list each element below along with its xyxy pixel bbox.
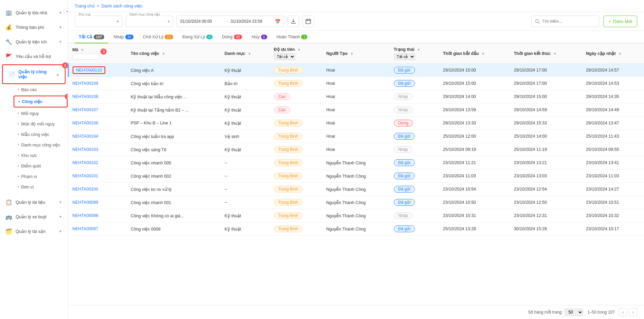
sidebar-sub-item-bao-cao[interactable]: Báo cáo	[14, 85, 68, 95]
filter-icon[interactable]: ▼	[248, 52, 251, 56]
table-body: NEHTA00110 Công việc A Kỹ thuật Trung Bì…	[68, 64, 644, 236]
table-row[interactable]: NEHTA00110 Công việc A Kỹ thuật Trung Bì…	[68, 64, 644, 77]
rows-per-page-control: Số hàng mỗi trang: 50 25 100	[528, 308, 583, 316]
svg-rect-0	[306, 19, 311, 24]
ma-link[interactable]: NEHTA00102	[72, 160, 98, 165]
tab-label: Chờ Xử Lý	[143, 34, 163, 39]
cell-ket-thuc: 29/10/2024 15:00	[510, 90, 582, 103]
cell-ket-thuc: 29/10/2024 15:33	[510, 117, 582, 130]
sidebar-sub-item-mau-cong-viec[interactable]: Mẫu công việc	[14, 129, 68, 140]
add-new-button[interactable]: + Thêm Mới	[603, 16, 637, 27]
ma-link[interactable]: NEHTA00103	[72, 147, 98, 152]
ma-link[interactable]: NEHTA00101	[72, 174, 98, 178]
table-row[interactable]: NEHTA00109 Công việc bảo trì Bảo trì Tru…	[68, 77, 644, 90]
tab-hoan-thanh[interactable]: Hoàn Thành 1	[273, 31, 312, 43]
filter-icon[interactable]: ▼	[350, 52, 353, 56]
sidebar-item-yeu-cau-ho-tro[interactable]: 🚩 Yêu cầu và hỗ trợ	[0, 49, 68, 64]
khu-vuc-select[interactable]	[75, 16, 122, 27]
tab-dang-xu-ly[interactable]: Đang Xử Lý 0	[179, 31, 217, 43]
table-row[interactable]: NEHTA00101 Công việc nhanh 002 – Trung B…	[68, 170, 644, 183]
table-row[interactable]: NEHTA00104 Công việc tuần tra app Vệ sin…	[68, 130, 644, 143]
sidebar-sub-item-moi-nguy[interactable]: Mối nguy	[14, 108, 68, 119]
ma-filter-input[interactable]	[72, 54, 99, 60]
table-row[interactable]: NEHTA00108 Kỹ thuật tại Mẫu công việc ..…	[68, 90, 644, 103]
filter-icon[interactable]: ▼	[417, 48, 420, 52]
table-row[interactable]: NEHTA00106 PSP – Khu B – Line 1 Kỹ thuật…	[68, 117, 644, 130]
filter-icon[interactable]: ▼	[297, 48, 301, 52]
cell-priority: Trung Bình	[270, 130, 322, 143]
ma-link[interactable]: NEHTA00107	[72, 107, 98, 112]
sidebar-sub-item-khu-vuc[interactable]: Khu vực	[14, 150, 68, 161]
ma-link[interactable]: NEHTA00108	[72, 94, 98, 99]
cell-trang-thai: Nháp	[390, 90, 439, 103]
sidebar-item-quan-ly-toa-nha[interactable]: 🏢 Quản lý tòa nhà ▼	[0, 5, 68, 20]
search-input[interactable]	[542, 19, 589, 24]
sidebar-sub-item-danh-muc-cong-viec[interactable]: Danh mục công việc	[14, 140, 68, 150]
status-badge: Đã gửi	[394, 67, 415, 74]
sidebar-item-quan-ly-xe-buyt[interactable]: 🚌 Quản lý xe buýt ▼	[0, 210, 68, 224]
table-row[interactable]: NEHTA00099 Công việc nhanh 001 – Trung B…	[68, 196, 644, 209]
cell-ma: NEHTA00106	[68, 117, 127, 130]
sidebar-sub-item-diem-quet[interactable]: Điểm quét	[14, 161, 68, 171]
filter-icon[interactable]: ▼	[81, 48, 84, 52]
rows-per-page-select[interactable]: 50 25 100	[565, 308, 583, 316]
tab-cho-xu-ly[interactable]: Chờ Xử Lý 22	[139, 31, 177, 43]
status-filter-select[interactable]: Tất cả	[394, 53, 415, 60]
download-button[interactable]	[288, 16, 299, 27]
danh-muc-select[interactable]	[126, 16, 173, 27]
cell-danh-muc: Kỹ thuật	[221, 117, 270, 130]
search-icon	[535, 19, 540, 24]
sidebar-sub-item-cong-viec[interactable]: Công việc 2	[14, 96, 68, 107]
sidebar-sub-item-don-vi[interactable]: Đơn vị	[14, 182, 68, 192]
ma-link[interactable]: NEHTA00109	[72, 81, 98, 86]
table-row[interactable]: NEHTA00097 Công việc 0009 Kỹ thuật Trung…	[68, 222, 644, 236]
sidebar-item-quan-ly-tien-ich[interactable]: 🔧 Quản lý tiện ích ▼	[0, 35, 68, 49]
date-to-input[interactable]	[231, 19, 273, 24]
status-badge: Nháp	[394, 106, 412, 113]
next-page-button[interactable]: ›	[629, 308, 637, 316]
data-table-container: Mã ▼ 3 Tên công việc ▼ Danh mục	[68, 43, 644, 305]
filter-icon[interactable]: ▼	[481, 52, 485, 56]
sidebar-item-quan-ly-tai-san[interactable]: 🗂️ Quản lý tài sản ▼	[0, 224, 68, 239]
filter-icon[interactable]: ▼	[618, 52, 622, 56]
filter-icon[interactable]: ▼	[162, 52, 165, 56]
table-row[interactable]: NEHTA00107 Kỹ thuật tại Tầng hầm B2 – ..…	[68, 103, 644, 117]
prev-page-button[interactable]: ‹	[619, 308, 627, 316]
cell-bat-dau: 25/10/2024 09:19	[439, 143, 510, 156]
table-row[interactable]: NEHTA00100 Công việc ko nv xử lý – Trung…	[68, 183, 644, 196]
sidebar-item-quan-ly-tai-lieu[interactable]: 📋 Quản lý tài liệu ▼	[0, 195, 68, 210]
priority-badge: Trung Bình	[274, 80, 303, 87]
ma-link[interactable]: NEHTA00097	[72, 226, 98, 231]
filter-icon[interactable]: ▼	[553, 52, 557, 56]
ma-link[interactable]: NEHTA00100	[72, 187, 98, 192]
sidebar-sub-label: Mối nguy	[21, 111, 39, 116]
ma-link[interactable]: NEHTA00098	[72, 213, 98, 218]
table-row[interactable]: NEHTA00102 Công việc nhanh 005 – Trung B…	[68, 156, 644, 170]
ma-link[interactable]: NEHTA00104	[72, 134, 98, 139]
ma-link[interactable]: NEHTA00099	[72, 200, 98, 205]
breadcrumb-home[interactable]: Trang chủ	[75, 3, 95, 8]
ma-link[interactable]: NEHTA00106	[72, 121, 98, 125]
table-row[interactable]: NEHTA00103 Công việc sáng T6 Kỹ thuật Tr…	[68, 143, 644, 156]
cell-nguoi-tao: Hoai	[322, 117, 390, 130]
sidebar-item-thong-bao-phi[interactable]: 💰 Thông báo phí ▼	[0, 20, 68, 35]
sidebar-sub-item-muc-do-moi-nguy[interactable]: Mức độ mối nguy	[14, 119, 68, 129]
calendar-icon[interactable]: 📅	[275, 19, 280, 24]
cell-ten: Kỹ thuật tại Tầng hầm B2 – ...	[127, 103, 221, 117]
priority-badge: Trung Bình	[274, 67, 303, 74]
ma-link[interactable]: NEHTA00110	[73, 66, 105, 74]
sidebar-sub-item-pham-vi[interactable]: Phạm vi	[14, 171, 68, 182]
tab-dung[interactable]: Dừng 42	[218, 31, 246, 43]
date-from-input[interactable]	[180, 19, 223, 24]
table-row[interactable]: NEHTA00098 Công việc Không có ai giá... …	[68, 209, 644, 222]
cell-ket-thuc: 23/10/2024 13:03	[510, 170, 582, 183]
tab-huy[interactable]: Hủy 8	[247, 31, 271, 43]
tab-nhap[interactable]: Nháp 30	[110, 31, 137, 43]
calendar-button[interactable]	[302, 16, 314, 27]
cell-trang-thai: Đã gửi	[390, 170, 439, 183]
tab-tat-ca[interactable]: Tất Cả 107	[75, 31, 108, 43]
cell-trang-thai: Đã gửi	[390, 156, 439, 170]
sidebar-submenu-cong-viec: Báo cáo Công việc 2 Mối nguy Mức độ mối …	[0, 85, 68, 192]
priority-filter-select[interactable]: Tất cả	[274, 53, 295, 60]
sidebar-item-quan-ly-cong-viec[interactable]: 📄 Quản lý công việc ▲ 1	[2, 64, 66, 84]
